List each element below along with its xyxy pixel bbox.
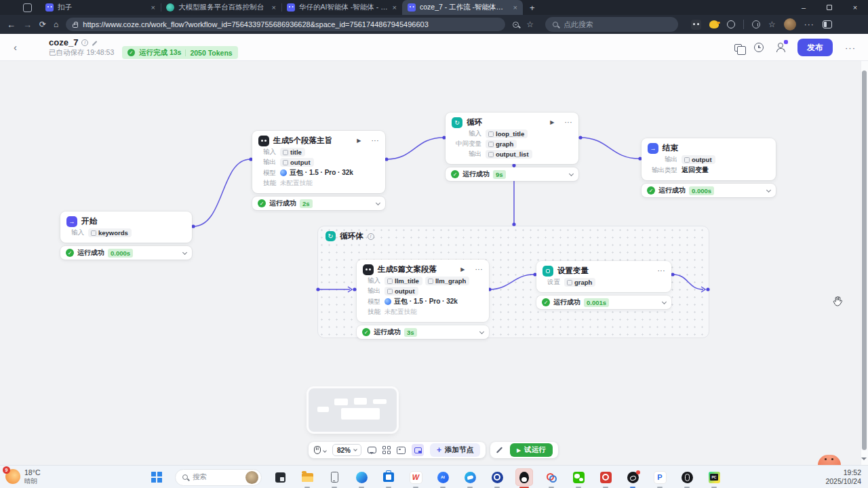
microsoft-store-icon[interactable] xyxy=(380,468,397,486)
browser-tab-agent[interactable]: 华仔的AI智能体 -智能体 - 扣子 × xyxy=(281,0,402,15)
header-more-icon[interactable]: ··· xyxy=(845,43,856,53)
duplicate-icon[interactable] xyxy=(734,44,742,52)
chevron-down-icon[interactable] xyxy=(323,449,327,453)
node-run-status[interactable]: ✓ 运行成功 9s xyxy=(446,167,578,181)
node-run-status[interactable]: ✓ 运行成功 0.000s xyxy=(642,184,776,197)
end-node-card[interactable]: → 结束 输出 output 输出类型 返回变量 xyxy=(642,138,776,180)
chevron-down-icon[interactable] xyxy=(766,187,771,192)
edge-browser-icon[interactable] xyxy=(353,468,370,486)
browser-tab-kouzi[interactable]: 扣子 × xyxy=(40,0,161,15)
restore-button[interactable] xyxy=(816,0,842,15)
llm-node-card[interactable]: 生成5个段落主旨 ▶ ··· 输入 title 输出 output 模型 豆包 … xyxy=(252,131,385,193)
minimap[interactable] xyxy=(309,388,397,432)
qq-icon-active[interactable] xyxy=(515,468,533,486)
browser-logo-icon[interactable] xyxy=(23,3,32,12)
minimize-button[interactable]: – xyxy=(791,0,816,15)
browser-tab-workflow-active[interactable]: coze_7 - 工作流 -智能体平台 × xyxy=(402,0,523,15)
node-more-icon[interactable]: ··· xyxy=(372,137,380,144)
media-control-icon[interactable] xyxy=(752,20,760,28)
zoom-out-icon[interactable] xyxy=(513,22,519,28)
history-icon[interactable] xyxy=(754,43,764,52)
close-button[interactable]: × xyxy=(842,0,868,15)
extension-circle-icon[interactable] xyxy=(727,20,735,28)
run-status-badge[interactable]: ✓ 运行完成 13s 2050 Tokens xyxy=(122,46,238,59)
phone-link-icon[interactable] xyxy=(326,468,343,486)
taskbar-search-box[interactable]: 搜索 xyxy=(175,469,262,486)
tab-close-icon[interactable]: × xyxy=(272,3,276,12)
pan-tool-icon[interactable] xyxy=(314,446,321,454)
black-o-app-icon[interactable] xyxy=(678,468,696,486)
back-button[interactable]: ‹ xyxy=(14,41,17,53)
optimize-icon[interactable] xyxy=(496,446,504,454)
export-image-icon[interactable] xyxy=(397,447,406,454)
node-more-icon[interactable]: ··· xyxy=(658,267,666,274)
user-avatar[interactable] xyxy=(784,18,796,30)
tab-close-icon[interactable]: × xyxy=(393,3,397,12)
loop-node-card[interactable]: ↻ 循环 ▶ ··· 输入 loop_title 中间变量 graph 输出 o… xyxy=(446,113,578,164)
collections-icon[interactable]: ☆ xyxy=(768,20,776,29)
chevron-down-icon[interactable] xyxy=(569,171,574,176)
weather-widget[interactable]: 9 18°C 晴朗 xyxy=(5,468,40,485)
file-explorer-icon[interactable] xyxy=(298,468,316,486)
collaboration-icon[interactable] xyxy=(776,43,785,52)
blue-bird-app-icon[interactable] xyxy=(461,468,479,486)
auto-layout-icon[interactable] xyxy=(382,446,391,454)
browser-menu-icon[interactable]: ··· xyxy=(804,20,814,29)
node-run-status[interactable]: ✓ 运行成功 2s xyxy=(252,197,385,210)
browser-tab-bailian[interactable]: 大模型服务平台百炼控制台 × xyxy=(161,0,281,15)
publish-button[interactable]: 发布 xyxy=(797,39,833,56)
setvar-node-card[interactable]: 设置变量 ··· 设置 graph xyxy=(536,261,671,292)
wps-office-icon[interactable]: W xyxy=(407,468,425,486)
forward-icon[interactable]: → xyxy=(23,20,32,29)
extension-panda-icon[interactable] xyxy=(691,20,701,30)
run-node-icon[interactable]: ▶ xyxy=(357,138,361,144)
node-run-status[interactable]: ✓ 运行成功 0.000s xyxy=(60,246,192,260)
workflow-canvas[interactable]: ↻ 循环体 i → xyxy=(0,61,868,465)
red-ring-app-icon[interactable] xyxy=(597,468,614,486)
blue-ring-app-icon[interactable] xyxy=(488,468,506,486)
browser-search-box[interactable]: 点此搜索 xyxy=(545,17,678,32)
run-node-icon[interactable]: ▶ xyxy=(460,266,465,272)
scrollbar-track[interactable] xyxy=(861,61,868,465)
bookmark-star-icon[interactable]: ☆ xyxy=(526,20,534,29)
new-tab-button[interactable]: + xyxy=(530,3,535,13)
run-node-icon[interactable]: ▶ xyxy=(550,119,554,125)
home-icon[interactable]: ⌂ xyxy=(54,20,58,28)
test-run-button[interactable]: ▶ 试运行 xyxy=(510,443,553,457)
start-button[interactable] xyxy=(148,468,165,486)
chevron-down-icon[interactable] xyxy=(182,249,187,254)
scrollbar-down-arrow[interactable] xyxy=(861,458,867,463)
taskbar-clock[interactable]: 19:52 2025/10/24 xyxy=(825,468,861,486)
wechat-icon[interactable] xyxy=(570,468,587,486)
llm-node-card[interactable]: 生成5篇文案段落 ▶ ··· 输入 llm_title llm_graph 输出… xyxy=(357,260,489,322)
tab-close-icon[interactable]: × xyxy=(513,3,517,12)
zoom-level-select[interactable]: 82% xyxy=(332,444,361,456)
chevron-down-icon[interactable] xyxy=(479,329,484,333)
chevron-down-icon[interactable] xyxy=(376,200,380,205)
reload-icon[interactable]: ⟳ xyxy=(39,20,46,28)
color-circles-app-icon[interactable] xyxy=(542,468,560,486)
node-run-status[interactable]: ✓ 运行成功 3s xyxy=(357,325,489,339)
comment-icon[interactable] xyxy=(368,447,376,453)
scrollbar-thumb[interactable] xyxy=(862,70,867,450)
back-icon[interactable]: ← xyxy=(7,20,16,29)
edit-icon[interactable] xyxy=(92,41,98,46)
assistant-mascot[interactable] xyxy=(818,455,841,465)
quark-browser-icon[interactable]: AI xyxy=(434,468,452,486)
add-node-button[interactable]: + 添加节点 xyxy=(430,443,480,457)
node-more-icon[interactable]: ··· xyxy=(475,266,484,273)
chevron-down-icon[interactable] xyxy=(662,299,667,304)
node-more-icon[interactable]: ··· xyxy=(565,119,573,126)
minimap-toggle-active[interactable] xyxy=(412,444,424,456)
pycharm-icon[interactable] xyxy=(705,468,723,486)
task-view-button[interactable] xyxy=(271,468,289,486)
node-run-status[interactable]: ✓ 运行成功 0.001s xyxy=(536,296,671,309)
extension-duck-icon[interactable] xyxy=(709,20,719,28)
info-icon[interactable]: i xyxy=(81,39,88,46)
address-bar[interactable]: https://www.coze.cn/work_flow?workflow_i… xyxy=(66,18,505,31)
recorder-app-icon[interactable] xyxy=(624,468,642,486)
start-node-card[interactable]: → 开始 输入 keywords xyxy=(60,211,192,243)
sidebar-toggle-icon[interactable] xyxy=(823,20,832,28)
tab-close-icon[interactable]: × xyxy=(151,3,155,12)
p-logo-app-icon[interactable]: P xyxy=(651,468,669,486)
